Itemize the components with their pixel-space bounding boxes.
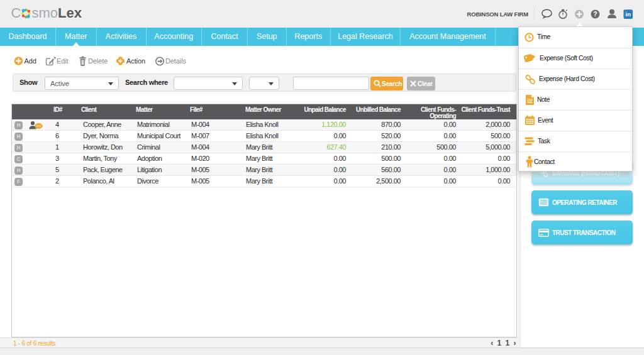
svg-text:in: in [626, 11, 631, 18]
svg-text:?: ? [593, 10, 597, 18]
